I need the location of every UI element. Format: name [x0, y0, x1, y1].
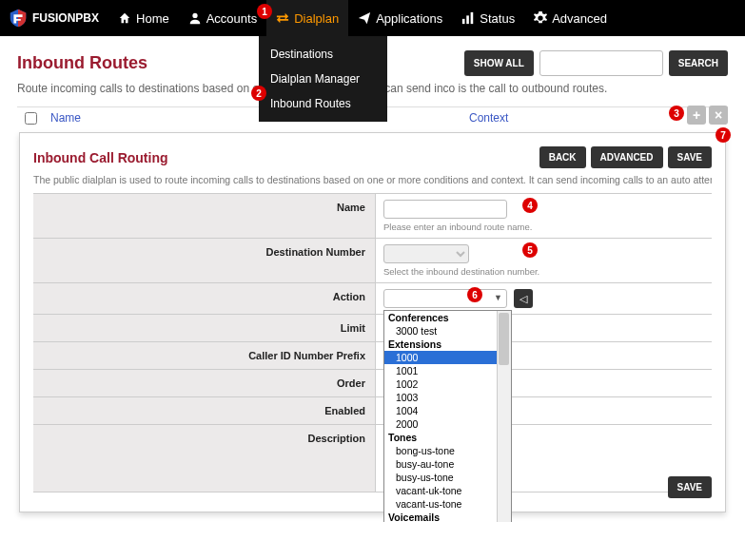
callout-7: 7	[716, 127, 731, 143]
dropdown-manager[interactable]: Dialplan Manager	[259, 67, 387, 91]
nav-accounts[interactable]: Accounts	[179, 0, 266, 36]
limit-label: Limit	[33, 315, 376, 341]
search-button[interactable]: SEARCH	[669, 50, 728, 76]
dialplan-dropdown: Destinations Dialplan Manager Inbound Ro…	[259, 36, 387, 122]
card-description: The public dialplan is used to route inc…	[33, 174, 712, 194]
dropdown-inbound[interactable]: Inbound Routes	[259, 91, 387, 116]
nav-status[interactable]: Status	[452, 0, 524, 36]
add-button[interactable]: +	[687, 106, 706, 125]
save-button-top[interactable]: SAVE	[668, 146, 713, 168]
order-label: Order	[33, 370, 376, 396]
save-button-bottom[interactable]: SAVE	[668, 476, 713, 498]
option-ext-1[interactable]: 1001	[384, 364, 511, 377]
dest-hint: Select the inbound destination number.	[383, 266, 704, 277]
callout-5: 5	[522, 242, 538, 258]
callout-6: 6	[467, 287, 482, 302]
name-label: Name	[33, 194, 376, 238]
nav-advanced[interactable]: Advanced	[524, 0, 617, 36]
form-card: 7 Inbound Call Routing BACK ADVANCED SAV…	[19, 132, 726, 512]
option-ext-0[interactable]: 1000	[384, 351, 511, 364]
svg-rect-2	[467, 15, 470, 24]
col-context[interactable]: Context	[469, 111, 508, 125]
action-label: Action	[33, 283, 376, 314]
scrollbar-thumb[interactable]	[499, 313, 509, 365]
nav-dialplan[interactable]: Dialplan	[266, 0, 348, 36]
nav-accounts-label: Accounts	[206, 11, 257, 26]
send-icon	[358, 11, 371, 25]
delete-button[interactable]: ×	[709, 106, 728, 125]
svg-point-0	[192, 13, 197, 18]
shield-logo-icon	[8, 8, 29, 29]
option-ext-5[interactable]: 2000	[384, 417, 511, 431]
option-ext-3[interactable]: 1003	[384, 391, 511, 404]
card-title: Inbound Call Routing	[33, 150, 168, 165]
main-nav: Home Accounts Dialplan Applications Stat…	[108, 0, 617, 36]
dropdown-scrollbar[interactable]	[497, 311, 511, 522]
nav-status-label: Status	[480, 11, 515, 26]
option-ext-4[interactable]: 1004	[384, 404, 511, 417]
nav-applications-label: Applications	[376, 11, 442, 26]
user-icon	[188, 11, 202, 25]
nav-applications[interactable]: Applications	[348, 0, 452, 36]
name-input[interactable]	[383, 200, 507, 219]
gear-icon	[534, 11, 547, 25]
dest-label: Destination Number	[33, 239, 376, 282]
svg-rect-3	[471, 12, 474, 24]
brand-text: FUSIONPBX	[32, 11, 99, 25]
action-dropdown-list: Conferences 3000 test Extensions 1000 10…	[383, 310, 512, 522]
home-icon	[118, 11, 131, 25]
option-tone-3[interactable]: vacant-uk-tone	[384, 484, 511, 497]
action-select[interactable]	[383, 289, 507, 308]
option-tone-4[interactable]: vacant-us-tone	[384, 497, 511, 511]
group-extensions: Extensions	[384, 338, 511, 351]
option-tone-1[interactable]: busy-au-tone	[384, 457, 511, 471]
nav-dialplan-label: Dialplan	[294, 11, 339, 26]
description-label: Description	[33, 425, 376, 492]
svg-rect-1	[462, 19, 465, 24]
callout-3: 3	[669, 106, 684, 121]
group-conferences: Conferences	[384, 311, 511, 324]
callout-4: 4	[522, 198, 538, 213]
action-expand-button[interactable]: ◁	[514, 289, 533, 308]
search-input[interactable]	[539, 50, 663, 76]
option-conf-0[interactable]: 3000 test	[384, 324, 511, 338]
option-tone-2[interactable]: busy-us-tone	[384, 471, 511, 484]
advanced-button[interactable]: ADVANCED	[591, 146, 663, 168]
nav-home-label: Home	[136, 11, 169, 26]
nav-advanced-label: Advanced	[552, 11, 607, 26]
group-tones: Tones	[384, 431, 511, 444]
option-tone-0[interactable]: bong-us-tone	[384, 444, 511, 457]
callout-1: 1	[257, 4, 272, 19]
bars-icon	[461, 11, 475, 25]
brand-logo: FUSIONPBX	[8, 8, 99, 29]
callout-2: 2	[251, 86, 266, 101]
dropdown-destinations[interactable]: Destinations	[259, 42, 387, 67]
name-hint: Please enter an inbound route name.	[383, 222, 704, 232]
group-voicemails: Voicemails	[384, 511, 511, 522]
nav-home[interactable]: Home	[108, 0, 179, 36]
show-all-button[interactable]: SHOW ALL	[464, 50, 534, 76]
select-all-checkbox[interactable]	[25, 112, 37, 125]
dest-select[interactable]	[383, 244, 469, 263]
option-ext-2[interactable]: 1002	[384, 377, 511, 391]
enabled-label: Enabled	[33, 397, 376, 424]
cid-label: Caller ID Number Prefix	[33, 342, 376, 369]
page-title: Inbound Routes	[17, 53, 147, 73]
back-button[interactable]: BACK	[539, 146, 586, 168]
exchange-icon	[276, 11, 289, 25]
